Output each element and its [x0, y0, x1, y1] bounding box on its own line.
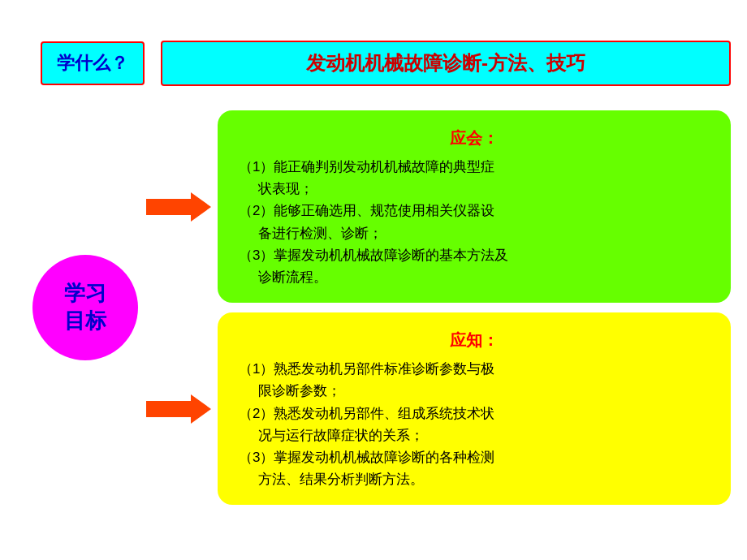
- learning-circle: 学习 目标: [32, 255, 138, 360]
- arrow-2: [146, 394, 211, 424]
- green-item1a: （1）能正确判别发动机机械故障的典型症: [239, 156, 713, 178]
- green-item2a: （2）能够正确选用、规范使用相关仪器设: [239, 200, 713, 222]
- main-content: 学习 目标 应会： （1）能正确判别发动机机械故障的典型症 状表现； （2）能够…: [32, 110, 731, 505]
- arrow-1: [146, 192, 211, 222]
- circle-line1: 学习: [64, 280, 106, 308]
- yellow-item3a: （3）掌握发动机机械故障诊断的各种检测: [239, 446, 713, 468]
- yellow-item1b: 限诊断参数；: [258, 380, 713, 402]
- label-box: 学什么？: [41, 41, 145, 85]
- yellow-item1a: （1）熟悉发动机另部件标准诊断参数与极: [239, 358, 713, 380]
- green-box: 应会： （1）能正确判别发动机机械故障的典型症 状表现； （2）能够正确选用、规…: [218, 110, 731, 303]
- green-item2b: 备进行检测、诊断；: [258, 222, 713, 244]
- yellow-item2b: 况与运行故障症状的关系；: [258, 424, 713, 446]
- yellow-box-title: 应知：: [235, 327, 713, 353]
- right-section: 应会： （1）能正确判别发动机机械故障的典型症 状表现； （2）能够正确选用、规…: [146, 110, 731, 505]
- yellow-item3b: 方法、结果分析判断方法。: [258, 468, 713, 490]
- yellow-item2a: （2）熟悉发动机另部件、组成系统技术状: [239, 403, 713, 424]
- top-row: 学什么？ 发动机机械故障诊断-方法、技巧: [41, 41, 731, 86]
- green-item1b: 状表现；: [258, 178, 713, 200]
- green-item3b: 诊断流程。: [258, 266, 713, 288]
- title-box: 发动机机械故障诊断-方法、技巧: [161, 41, 731, 86]
- green-box-title: 应会：: [235, 125, 713, 151]
- svg-marker-0: [146, 192, 211, 222]
- green-row: 应会： （1）能正确判别发动机机械故障的典型症 状表现； （2）能够正确选用、规…: [146, 110, 731, 303]
- circle-line2: 目标: [64, 308, 106, 335]
- page-container: 学什么？ 发动机机械故障诊断-方法、技巧 学习 目标 应会： （: [0, 0, 747, 560]
- circle-container: 学习 目标: [32, 255, 138, 360]
- yellow-row: 应知： （1）熟悉发动机另部件标准诊断参数与极 限诊断参数； （2）熟悉发动机另…: [146, 312, 731, 505]
- green-item3a: （3）掌握发动机机械故障诊断的基本方法及: [239, 244, 713, 266]
- svg-marker-1: [146, 394, 211, 424]
- yellow-box: 应知： （1）熟悉发动机另部件标准诊断参数与极 限诊断参数； （2）熟悉发动机另…: [218, 312, 731, 505]
